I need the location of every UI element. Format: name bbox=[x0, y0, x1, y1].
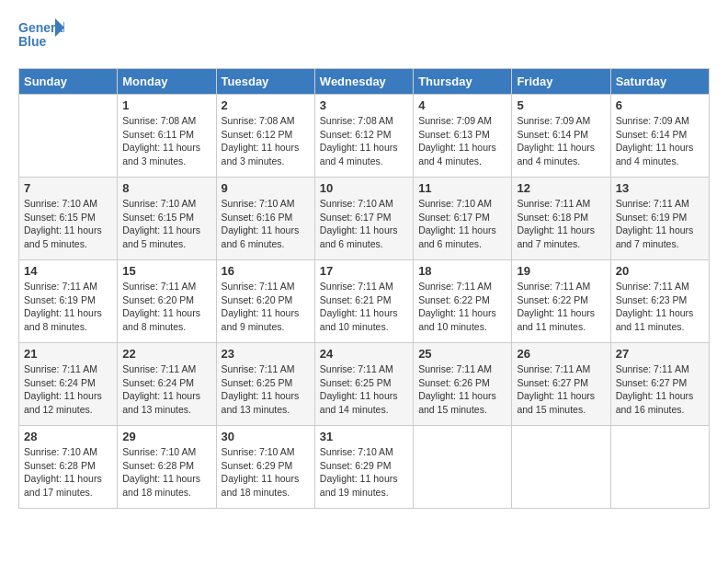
day-info: Sunrise: 7:11 AM Sunset: 6:18 PM Dayligh… bbox=[517, 197, 605, 251]
day-cell: 3Sunrise: 7:08 AM Sunset: 6:12 PM Daylig… bbox=[314, 95, 413, 178]
day-number: 27 bbox=[616, 347, 704, 361]
header-area: General Blue bbox=[18, 14, 710, 59]
day-cell: 28Sunrise: 7:10 AM Sunset: 6:28 PM Dayli… bbox=[19, 426, 118, 509]
day-info: Sunrise: 7:10 AM Sunset: 6:28 PM Dayligh… bbox=[122, 445, 210, 500]
day-number: 3 bbox=[320, 98, 408, 112]
calendar-body: 1Sunrise: 7:08 AM Sunset: 6:11 PM Daylig… bbox=[19, 95, 710, 509]
day-info: Sunrise: 7:11 AM Sunset: 6:27 PM Dayligh… bbox=[517, 362, 605, 417]
week-row-1: 7Sunrise: 7:10 AM Sunset: 6:15 PM Daylig… bbox=[19, 178, 710, 260]
day-number: 19 bbox=[517, 264, 605, 278]
day-cell: 8Sunrise: 7:10 AM Sunset: 6:15 PM Daylig… bbox=[118, 178, 216, 260]
day-info: Sunrise: 7:11 AM Sunset: 6:27 PM Dayligh… bbox=[616, 362, 704, 417]
day-info: Sunrise: 7:10 AM Sunset: 6:15 PM Dayligh… bbox=[122, 197, 210, 251]
day-info: Sunrise: 7:08 AM Sunset: 6:12 PM Dayligh… bbox=[320, 114, 408, 168]
day-number: 29 bbox=[122, 430, 210, 443]
day-number: 25 bbox=[418, 347, 506, 361]
day-cell bbox=[19, 95, 118, 178]
day-cell: 26Sunrise: 7:11 AM Sunset: 6:27 PM Dayli… bbox=[512, 343, 610, 426]
day-number: 20 bbox=[616, 264, 704, 278]
day-number: 23 bbox=[222, 347, 310, 361]
day-cell: 30Sunrise: 7:10 AM Sunset: 6:29 PM Dayli… bbox=[216, 426, 314, 509]
day-number: 17 bbox=[320, 264, 408, 278]
day-cell: 19Sunrise: 7:11 AM Sunset: 6:22 PM Dayli… bbox=[512, 260, 610, 343]
day-info: Sunrise: 7:10 AM Sunset: 6:29 PM Dayligh… bbox=[222, 445, 310, 500]
day-cell: 7Sunrise: 7:10 AM Sunset: 6:15 PM Daylig… bbox=[19, 178, 118, 260]
day-number: 31 bbox=[320, 430, 408, 443]
day-info: Sunrise: 7:11 AM Sunset: 6:20 PM Dayligh… bbox=[122, 280, 210, 334]
day-cell: 2Sunrise: 7:08 AM Sunset: 6:12 PM Daylig… bbox=[216, 95, 314, 178]
day-number: 21 bbox=[24, 347, 112, 361]
day-number: 6 bbox=[616, 98, 704, 112]
day-cell: 1Sunrise: 7:08 AM Sunset: 6:11 PM Daylig… bbox=[118, 95, 216, 178]
day-cell: 27Sunrise: 7:11 AM Sunset: 6:27 PM Dayli… bbox=[610, 343, 709, 426]
logo: General Blue bbox=[18, 14, 64, 59]
day-info: Sunrise: 7:10 AM Sunset: 6:17 PM Dayligh… bbox=[320, 197, 408, 251]
day-number: 18 bbox=[418, 264, 506, 278]
day-number: 26 bbox=[517, 347, 605, 361]
day-number: 7 bbox=[24, 181, 112, 195]
day-cell: 20Sunrise: 7:11 AM Sunset: 6:23 PM Dayli… bbox=[610, 260, 709, 343]
day-cell: 9Sunrise: 7:10 AM Sunset: 6:16 PM Daylig… bbox=[216, 178, 314, 260]
day-info: Sunrise: 7:11 AM Sunset: 6:22 PM Dayligh… bbox=[418, 280, 506, 334]
day-info: Sunrise: 7:11 AM Sunset: 6:25 PM Dayligh… bbox=[320, 362, 408, 417]
day-number: 9 bbox=[222, 181, 310, 195]
day-cell: 6Sunrise: 7:09 AM Sunset: 6:14 PM Daylig… bbox=[610, 95, 709, 178]
day-number: 11 bbox=[418, 181, 506, 195]
day-info: Sunrise: 7:09 AM Sunset: 6:13 PM Dayligh… bbox=[418, 114, 506, 168]
day-info: Sunrise: 7:11 AM Sunset: 6:24 PM Dayligh… bbox=[24, 362, 112, 417]
day-info: Sunrise: 7:11 AM Sunset: 6:20 PM Dayligh… bbox=[222, 280, 310, 334]
calendar-table: SundayMondayTuesdayWednesdayThursdayFrid… bbox=[18, 68, 710, 509]
day-number: 15 bbox=[122, 264, 210, 278]
week-row-3: 21Sunrise: 7:11 AM Sunset: 6:24 PM Dayli… bbox=[19, 343, 710, 426]
header-cell-thursday: Thursday bbox=[414, 69, 512, 95]
day-cell: 5Sunrise: 7:09 AM Sunset: 6:14 PM Daylig… bbox=[512, 95, 610, 178]
day-number: 30 bbox=[222, 430, 310, 443]
day-cell bbox=[414, 426, 512, 509]
day-cell: 17Sunrise: 7:11 AM Sunset: 6:21 PM Dayli… bbox=[314, 260, 413, 343]
calendar-header-row: SundayMondayTuesdayWednesdayThursdayFrid… bbox=[19, 69, 710, 95]
day-number: 22 bbox=[122, 347, 210, 361]
day-cell: 21Sunrise: 7:11 AM Sunset: 6:24 PM Dayli… bbox=[19, 343, 118, 426]
day-cell: 29Sunrise: 7:10 AM Sunset: 6:28 PM Dayli… bbox=[118, 426, 216, 509]
header-cell-saturday: Saturday bbox=[610, 69, 709, 95]
day-number: 24 bbox=[320, 347, 408, 361]
day-number: 5 bbox=[517, 98, 605, 112]
day-info: Sunrise: 7:09 AM Sunset: 6:14 PM Dayligh… bbox=[616, 114, 704, 168]
svg-text:Blue: Blue bbox=[18, 34, 47, 49]
logo-icon: General Blue bbox=[18, 14, 64, 55]
header-cell-sunday: Sunday bbox=[19, 69, 118, 95]
day-number: 10 bbox=[320, 181, 408, 195]
day-info: Sunrise: 7:08 AM Sunset: 6:11 PM Dayligh… bbox=[122, 114, 210, 168]
day-info: Sunrise: 7:11 AM Sunset: 6:24 PM Dayligh… bbox=[122, 362, 210, 417]
day-cell: 31Sunrise: 7:10 AM Sunset: 6:29 PM Dayli… bbox=[314, 426, 413, 509]
day-number: 14 bbox=[24, 264, 112, 278]
day-number: 4 bbox=[418, 98, 506, 112]
day-number: 28 bbox=[24, 430, 112, 443]
day-info: Sunrise: 7:11 AM Sunset: 6:19 PM Dayligh… bbox=[24, 280, 112, 334]
day-cell: 23Sunrise: 7:11 AM Sunset: 6:25 PM Dayli… bbox=[216, 343, 314, 426]
day-number: 16 bbox=[222, 264, 310, 278]
day-cell: 16Sunrise: 7:11 AM Sunset: 6:20 PM Dayli… bbox=[216, 260, 314, 343]
day-info: Sunrise: 7:10 AM Sunset: 6:17 PM Dayligh… bbox=[418, 197, 506, 251]
day-info: Sunrise: 7:09 AM Sunset: 6:14 PM Dayligh… bbox=[517, 114, 605, 168]
header-cell-tuesday: Tuesday bbox=[216, 69, 314, 95]
day-info: Sunrise: 7:10 AM Sunset: 6:28 PM Dayligh… bbox=[24, 445, 112, 500]
day-cell: 10Sunrise: 7:10 AM Sunset: 6:17 PM Dayli… bbox=[314, 178, 413, 260]
week-row-0: 1Sunrise: 7:08 AM Sunset: 6:11 PM Daylig… bbox=[19, 95, 710, 178]
day-cell: 4Sunrise: 7:09 AM Sunset: 6:13 PM Daylig… bbox=[414, 95, 512, 178]
day-info: Sunrise: 7:10 AM Sunset: 6:29 PM Dayligh… bbox=[320, 445, 408, 500]
day-info: Sunrise: 7:08 AM Sunset: 6:12 PM Dayligh… bbox=[222, 114, 310, 168]
day-info: Sunrise: 7:10 AM Sunset: 6:16 PM Dayligh… bbox=[222, 197, 310, 251]
day-number: 2 bbox=[222, 98, 310, 112]
day-info: Sunrise: 7:11 AM Sunset: 6:26 PM Dayligh… bbox=[418, 362, 506, 417]
day-number: 8 bbox=[122, 181, 210, 195]
header-cell-friday: Friday bbox=[512, 69, 610, 95]
day-number: 12 bbox=[517, 181, 605, 195]
day-info: Sunrise: 7:10 AM Sunset: 6:15 PM Dayligh… bbox=[24, 197, 112, 251]
week-row-2: 14Sunrise: 7:11 AM Sunset: 6:19 PM Dayli… bbox=[19, 260, 710, 343]
day-cell: 11Sunrise: 7:10 AM Sunset: 6:17 PM Dayli… bbox=[414, 178, 512, 260]
page-container: General Blue SundayMondayTuesdayWednesda… bbox=[0, 0, 728, 518]
day-info: Sunrise: 7:11 AM Sunset: 6:25 PM Dayligh… bbox=[222, 362, 310, 417]
day-cell: 24Sunrise: 7:11 AM Sunset: 6:25 PM Dayli… bbox=[314, 343, 413, 426]
day-cell: 13Sunrise: 7:11 AM Sunset: 6:19 PM Dayli… bbox=[610, 178, 709, 260]
